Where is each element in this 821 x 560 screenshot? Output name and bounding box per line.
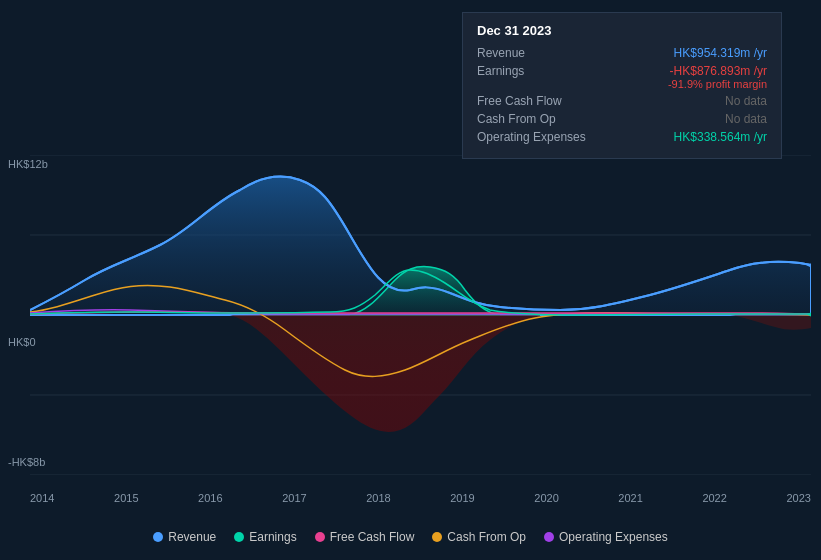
tooltip-value-cashfromop: No data	[725, 112, 767, 126]
x-label-2016: 2016	[198, 492, 222, 504]
chart-svg: ◄ ◄	[30, 155, 811, 475]
legend-label-fcf: Free Cash Flow	[330, 530, 415, 544]
tooltip-label-opex: Operating Expenses	[477, 130, 587, 144]
tooltip-row-fcf: Free Cash Flow No data	[477, 94, 767, 108]
legend-dot-fcf	[315, 532, 325, 542]
legend-label-earnings: Earnings	[249, 530, 296, 544]
tooltip-label-earnings: Earnings	[477, 64, 587, 78]
legend-cashfromop: Cash From Op	[432, 530, 526, 544]
x-label-2020: 2020	[534, 492, 558, 504]
x-label-2017: 2017	[282, 492, 306, 504]
x-label-2015: 2015	[114, 492, 138, 504]
legend-dot-cashfromop	[432, 532, 442, 542]
x-label-2022: 2022	[702, 492, 726, 504]
x-axis-labels: 2014 2015 2016 2017 2018 2019 2020 2021 …	[30, 492, 811, 504]
legend-dot-earnings	[234, 532, 244, 542]
tooltip-row-earnings: Earnings -HK$876.893m /yr -91.9% profit …	[477, 64, 767, 90]
x-label-2023: 2023	[786, 492, 810, 504]
tooltip-row-opex: Operating Expenses HK$338.564m /yr	[477, 130, 767, 144]
legend-earnings: Earnings	[234, 530, 296, 544]
tooltip-label-cashfromop: Cash From Op	[477, 112, 587, 126]
legend-label-cashfromop: Cash From Op	[447, 530, 526, 544]
tooltip-row-revenue: Revenue HK$954.319m /yr	[477, 46, 767, 60]
tooltip-box: Dec 31 2023 Revenue HK$954.319m /yr Earn…	[462, 12, 782, 159]
tooltip-value-fcf: No data	[725, 94, 767, 108]
chart-legend: Revenue Earnings Free Cash Flow Cash Fro…	[0, 530, 821, 544]
legend-label-revenue: Revenue	[168, 530, 216, 544]
legend-fcf: Free Cash Flow	[315, 530, 415, 544]
legend-revenue: Revenue	[153, 530, 216, 544]
x-label-2018: 2018	[366, 492, 390, 504]
tooltip-date: Dec 31 2023	[477, 23, 767, 38]
tooltip-value-revenue: HK$954.319m /yr	[674, 46, 767, 60]
x-label-2014: 2014	[30, 492, 54, 504]
legend-dot-revenue	[153, 532, 163, 542]
tooltip-label-fcf: Free Cash Flow	[477, 94, 587, 108]
legend-opex: Operating Expenses	[544, 530, 668, 544]
tooltip-label-revenue: Revenue	[477, 46, 587, 60]
x-label-2021: 2021	[618, 492, 642, 504]
tooltip-value-earnings: -HK$876.893m /yr	[668, 64, 767, 78]
legend-dot-opex	[544, 532, 554, 542]
tooltip-value-opex: HK$338.564m /yr	[674, 130, 767, 144]
x-label-2019: 2019	[450, 492, 474, 504]
svg-text:◄: ◄	[805, 260, 811, 270]
legend-label-opex: Operating Expenses	[559, 530, 668, 544]
tooltip-row-cashfromop: Cash From Op No data	[477, 112, 767, 126]
tooltip-profit-margin: -91.9% profit margin	[668, 78, 767, 90]
svg-text:◄: ◄	[805, 309, 811, 319]
chart-container: Dec 31 2023 Revenue HK$954.319m /yr Earn…	[0, 0, 821, 560]
